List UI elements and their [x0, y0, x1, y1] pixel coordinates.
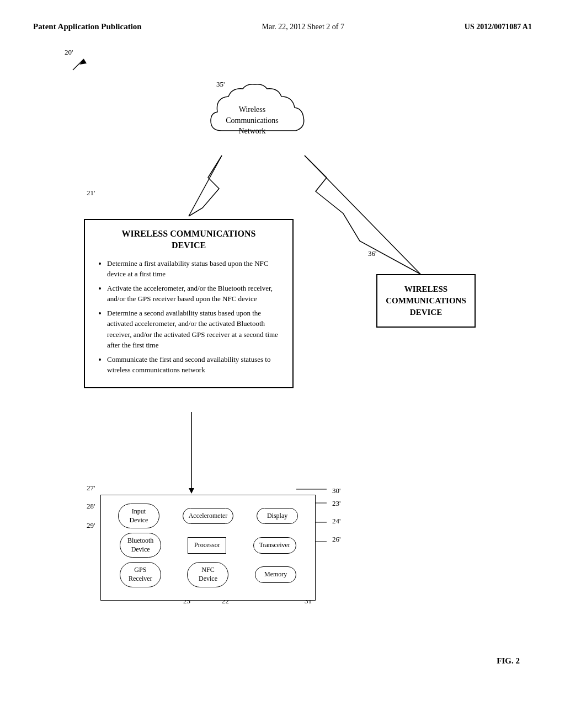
accelerometer-box: Accelerometer — [183, 508, 234, 524]
display-box: Display — [257, 508, 298, 524]
ref-20: 20' — [65, 48, 73, 57]
fig-label: FIG. 2 — [497, 656, 520, 666]
publication-number: US 2012/0071087 A1 — [465, 23, 532, 31]
svg-line-0 — [73, 59, 84, 70]
ref-28: 28' — [87, 502, 95, 511]
publication-date: Mar. 22, 2012 Sheet 2 of 7 — [262, 23, 344, 31]
main-device-title: WIRELESS COMMUNICATIONSDEVICE — [96, 228, 281, 251]
right-device-title: WIRELESSCOMMUNICATIONSDEVICE — [383, 283, 469, 318]
component-row-1: Input Device Accelerometer Display — [106, 504, 310, 528]
publication-title: Patent Application Publication — [33, 22, 142, 31]
memory-box: Memory — [255, 566, 296, 583]
device-bullet-list: Determine a first availability status ba… — [96, 258, 281, 376]
ref-30: 30' — [332, 486, 340, 495]
ref-21: 21' — [87, 189, 95, 197]
ref-36: 36' — [368, 249, 376, 258]
ref-23: 23' — [332, 499, 340, 508]
processor-box: Processor — [188, 537, 226, 554]
svg-line-3 — [305, 156, 420, 274]
gps-receiver-box: GPS Receiver — [120, 562, 161, 587]
svg-marker-1 — [79, 59, 87, 65]
ref-29: 29' — [87, 521, 95, 530]
bullet-4: Communicate the first and second availab… — [107, 354, 281, 376]
cloud-container: Wireless Communications Network — [200, 81, 310, 158]
header: Patent Application Publication Mar. 22, … — [33, 22, 532, 31]
transceiver-box: Transceiver — [253, 537, 296, 554]
bullet-2: Activate the accelerometer, and/or the B… — [107, 283, 281, 304]
svg-marker-5 — [189, 488, 194, 494]
ref-27: 27' — [87, 484, 95, 493]
inner-component-grid: Input Device Accelerometer Display Bluet… — [100, 495, 316, 601]
ref-24: 24' — [332, 517, 340, 526]
bluetooth-device-box: Bluetooth Device — [120, 533, 161, 558]
diagram-area: 20' 35' Wireless Communications Network … — [34, 37, 531, 671]
page: Patent Application Publication Mar. 22, … — [0, 0, 565, 728]
ref-26: 26' — [332, 535, 340, 544]
component-row-2: Bluetooth Device Processor Transceiver — [106, 533, 310, 558]
right-device-box: WIRELESSCOMMUNICATIONSDEVICE — [376, 274, 476, 328]
svg-line-2 — [189, 156, 222, 216]
component-row-3: GPS Receiver NFC Device Memory — [106, 562, 310, 587]
main-device-box: WIRELESS COMMUNICATIONSDEVICE Determine … — [84, 219, 294, 388]
bullet-3: Determine a second availability status b… — [107, 308, 281, 351]
bullet-1: Determine a first availability status ba… — [107, 258, 281, 280]
nfc-device-box: NFC Device — [187, 562, 228, 587]
cloud-text: Wireless Communications Network — [211, 104, 294, 137]
input-device-box: Input Device — [118, 504, 159, 528]
